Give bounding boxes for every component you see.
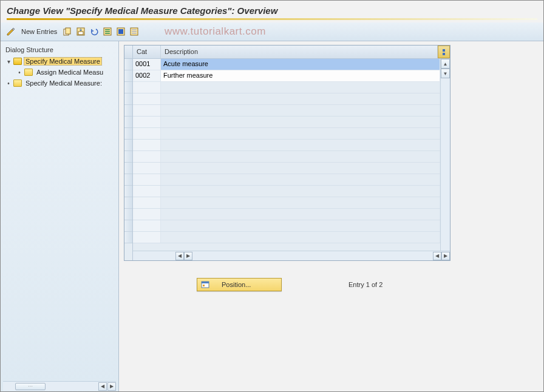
cell-cat[interactable]: 0001 (133, 59, 161, 70)
svg-rect-9 (118, 29, 123, 34)
table-row-empty[interactable] (133, 105, 440, 117)
data-grid: Cat Description 0001Acute measure0002Fur… (124, 45, 450, 261)
table-row-empty[interactable] (133, 140, 440, 151)
table-row-empty[interactable] (133, 186, 440, 197)
scroll-left-end-icon[interactable]: ◀ (433, 252, 441, 260)
svg-rect-11 (132, 29, 137, 30)
row-header-column (124, 46, 133, 260)
folder-closed-icon (24, 69, 33, 76)
folder-closed-icon (13, 79, 22, 87)
row-header[interactable] (124, 197, 132, 209)
row-header[interactable] (124, 140, 132, 151)
tree-item-label: Assign Medical Measu (35, 68, 105, 76)
new-entries-button[interactable]: New Entries (19, 28, 59, 35)
row-header[interactable] (124, 59, 132, 70)
edit-icon[interactable] (5, 26, 16, 37)
grid-hscroll[interactable]: ◀ ▶ ◀ ▶ (133, 251, 450, 260)
entry-counter: Entry 1 of 2 (348, 281, 382, 288)
cell-description[interactable]: Further measure (161, 70, 440, 81)
svg-rect-13 (132, 33, 137, 34)
tree-item-specify-measures[interactable]: • Specify Medical Measure: (3, 78, 116, 89)
table-row[interactable]: 0002Further measure (133, 70, 440, 82)
folder-open-icon (13, 58, 22, 65)
row-header[interactable] (124, 163, 132, 174)
scroll-right-icon[interactable]: ▶ (184, 252, 192, 260)
page-title: Change View "Specify Medical Measure Cat… (7, 5, 537, 16)
table-row-empty[interactable] (133, 93, 440, 105)
watermark-text: www.tutorialkart.com (165, 25, 266, 38)
row-header[interactable] (124, 232, 132, 243)
row-header[interactable] (124, 209, 132, 220)
column-header-description[interactable]: Description (161, 46, 438, 58)
svg-rect-6 (105, 31, 110, 32)
position-label: Position... (222, 281, 251, 288)
sidebar-title: Dialog Structure (3, 45, 116, 56)
grid-vscroll[interactable]: ▲ ▼ (440, 59, 450, 251)
scroll-up-icon[interactable]: ▲ (441, 59, 450, 69)
svg-rect-16 (443, 53, 445, 55)
row-header[interactable] (124, 93, 132, 105)
svg-rect-14 (443, 49, 445, 52)
bullet-icon: • (16, 69, 22, 76)
table-row-empty[interactable] (133, 82, 440, 93)
svg-rect-20 (203, 285, 205, 286)
tree-item-specify-categories[interactable]: ▾ Specify Medical Measure (3, 56, 116, 67)
table-row[interactable]: 0001Acute measure (133, 59, 440, 70)
table-row-empty[interactable] (133, 209, 440, 220)
row-header[interactable] (124, 186, 132, 197)
scroll-right-icon[interactable]: ▶ (107, 382, 116, 391)
row-header[interactable] (124, 151, 132, 163)
table-row-empty[interactable] (133, 197, 440, 209)
grid-config-icon[interactable] (438, 46, 450, 58)
column-header-cat[interactable]: Cat (133, 46, 161, 58)
grid-corner[interactable] (124, 46, 132, 59)
table-row-empty[interactable] (133, 232, 440, 243)
row-header[interactable] (124, 70, 132, 82)
table-row-empty[interactable] (133, 163, 440, 174)
tree: ▾ Specify Medical Measure • Assign Medic… (3, 56, 116, 381)
tree-item-label: Specify Medical Measure (24, 57, 102, 66)
row-header[interactable] (124, 128, 132, 140)
cell-description[interactable]: Acute measure (161, 59, 440, 70)
svg-rect-1 (66, 28, 70, 34)
table-row-empty[interactable] (133, 151, 440, 163)
row-header[interactable] (124, 174, 132, 186)
row-header[interactable] (124, 117, 132, 128)
scroll-left-icon[interactable]: ◀ (175, 252, 184, 260)
row-header[interactable] (124, 220, 132, 232)
svg-rect-19 (202, 282, 209, 283)
table-row-empty[interactable] (133, 117, 440, 128)
table-row-empty[interactable] (133, 128, 440, 140)
scroll-handle[interactable]: ⋯ (15, 383, 46, 390)
svg-rect-7 (105, 33, 110, 34)
select-all-icon[interactable] (102, 26, 113, 37)
undo-icon[interactable] (89, 26, 100, 37)
collapse-icon[interactable]: ▾ (5, 58, 12, 65)
position-icon (201, 280, 209, 289)
copy-icon[interactable] (62, 26, 73, 37)
deselect-all-icon[interactable] (129, 26, 140, 37)
position-button[interactable]: Position... (197, 278, 282, 291)
dialog-structure-panel: Dialog Structure ▾ Specify Medical Measu… (1, 41, 119, 392)
bullet-icon: • (5, 80, 12, 87)
svg-rect-3 (78, 32, 83, 35)
title-underline (7, 18, 537, 20)
table-row-empty[interactable] (133, 220, 440, 232)
cell-cat[interactable]: 0002 (133, 70, 161, 81)
scroll-down-icon[interactable]: ▼ (441, 69, 450, 78)
tree-item-assign[interactable]: • Assign Medical Measu (3, 67, 116, 78)
save-variant-icon[interactable] (75, 26, 86, 37)
row-header[interactable] (124, 82, 132, 93)
scroll-track[interactable] (441, 78, 450, 251)
table-row-empty[interactable] (133, 174, 440, 186)
tree-item-label: Specify Medical Measure: (24, 79, 104, 87)
svg-rect-12 (132, 31, 137, 32)
svg-rect-5 (105, 29, 110, 30)
grid-header: Cat Description (133, 46, 450, 59)
scroll-left-icon[interactable]: ◀ (98, 382, 107, 391)
row-header[interactable] (124, 105, 132, 117)
scroll-right-end-icon[interactable]: ▶ (441, 252, 450, 260)
toolbar: New Entries www.tutorialkart.com (1, 22, 543, 41)
sidebar-hscroll[interactable]: ⋯ ◀ ▶ (3, 381, 116, 391)
select-block-icon[interactable] (115, 26, 126, 37)
